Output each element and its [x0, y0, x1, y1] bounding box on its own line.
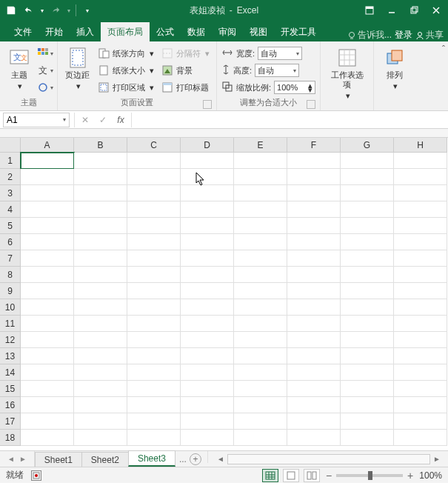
column-header[interactable]: D — [181, 138, 234, 153]
cell[interactable] — [181, 332, 234, 348]
cell[interactable] — [341, 381, 394, 397]
cell[interactable] — [181, 250, 234, 267]
cell[interactable] — [234, 201, 287, 218]
cell[interactable] — [127, 332, 181, 348]
page-layout-view-button[interactable] — [283, 469, 299, 482]
cell[interactable] — [287, 169, 341, 185]
cell[interactable] — [341, 267, 394, 283]
cell[interactable] — [74, 413, 127, 430]
cell[interactable] — [287, 348, 341, 364]
row-header[interactable]: 14 — [0, 364, 21, 381]
sheet-tab-2[interactable]: Sheet2 — [81, 452, 129, 467]
cell[interactable] — [341, 397, 394, 413]
background-button[interactable]: 背景 — [159, 62, 212, 79]
cell[interactable] — [341, 332, 394, 348]
tab-data[interactable]: 数据 — [181, 22, 212, 41]
cell[interactable] — [181, 364, 234, 381]
cell[interactable] — [341, 316, 394, 332]
cell[interactable] — [394, 364, 447, 381]
cell[interactable] — [21, 169, 74, 185]
cell[interactable] — [341, 283, 394, 299]
sheet-nav-next-icon[interactable]: ► — [19, 455, 27, 463]
cell[interactable] — [234, 299, 287, 316]
cell[interactable] — [74, 267, 127, 283]
cancel-button[interactable]: ✕ — [76, 113, 94, 127]
cell[interactable] — [127, 413, 181, 430]
tab-page-layout[interactable]: 页面布局 — [101, 22, 150, 41]
worksheet-grid[interactable]: ABCDEFGH123456789101112131415161718 — [0, 138, 448, 450]
sheet-options-button[interactable]: 工作表选项 ▾ — [325, 45, 369, 102]
cell[interactable] — [127, 283, 181, 299]
cell[interactable] — [74, 153, 127, 169]
cell[interactable] — [341, 299, 394, 316]
cell[interactable] — [287, 234, 341, 250]
cell[interactable] — [21, 283, 74, 299]
dialog-launcher-icon[interactable] — [203, 100, 212, 109]
row-header[interactable]: 16 — [0, 397, 21, 413]
arrange-button[interactable]: 排列 ▾ — [380, 45, 409, 93]
cell[interactable] — [74, 185, 127, 201]
cell[interactable] — [234, 283, 287, 299]
cell[interactable] — [74, 348, 127, 364]
cell[interactable] — [234, 348, 287, 364]
cell[interactable] — [21, 201, 74, 218]
cell[interactable] — [21, 364, 74, 381]
normal-view-button[interactable] — [262, 469, 278, 482]
dialog-launcher-icon[interactable] — [307, 100, 315, 109]
cell[interactable] — [21, 413, 74, 430]
cell[interactable] — [234, 364, 287, 381]
redo-dropdown-icon[interactable]: ▾ — [65, 2, 73, 19]
cell[interactable] — [181, 267, 234, 283]
cell[interactable] — [181, 201, 234, 218]
size-button[interactable]: 纸张大小▾ — [96, 62, 156, 79]
cell[interactable] — [287, 413, 341, 430]
cell[interactable] — [127, 218, 181, 234]
theme-fonts-button[interactable]: 文▾ — [37, 62, 53, 79]
column-header[interactable]: E — [234, 138, 287, 153]
row-header[interactable]: 9 — [0, 283, 21, 299]
cell[interactable] — [287, 250, 341, 267]
cell[interactable] — [181, 381, 234, 397]
cell[interactable] — [181, 348, 234, 364]
cell[interactable] — [127, 267, 181, 283]
cell[interactable] — [341, 250, 394, 267]
cell[interactable] — [21, 250, 74, 267]
cell[interactable] — [287, 430, 341, 446]
cell[interactable] — [74, 316, 127, 332]
zoom-level[interactable]: 100% — [419, 470, 442, 481]
cell[interactable] — [74, 218, 127, 234]
cell[interactable] — [234, 413, 287, 430]
cell[interactable] — [394, 397, 447, 413]
insert-function-button[interactable]: fx — [112, 113, 130, 127]
cell[interactable] — [127, 364, 181, 381]
tab-view[interactable]: 视图 — [243, 22, 274, 41]
cell[interactable] — [74, 201, 127, 218]
cell[interactable] — [181, 153, 234, 169]
cell[interactable] — [74, 299, 127, 316]
tab-formulas[interactable]: 公式 — [150, 22, 181, 41]
formula-input[interactable] — [133, 113, 448, 127]
cell[interactable] — [394, 201, 447, 218]
cell[interactable] — [341, 348, 394, 364]
cell[interactable] — [287, 332, 341, 348]
row-header[interactable]: 7 — [0, 250, 21, 267]
cell[interactable] — [234, 381, 287, 397]
cell[interactable] — [74, 169, 127, 185]
cell[interactable] — [341, 169, 394, 185]
cell[interactable] — [287, 316, 341, 332]
row-header[interactable]: 11 — [0, 316, 21, 332]
cell[interactable] — [234, 218, 287, 234]
sheet-tab-3[interactable]: Sheet3 — [128, 450, 175, 467]
scale-spinner[interactable]: 100%▴▾ — [274, 81, 315, 94]
cell[interactable] — [181, 185, 234, 201]
login-button[interactable]: 登录 — [395, 29, 412, 41]
cell[interactable] — [287, 381, 341, 397]
cell[interactable] — [394, 169, 447, 185]
cell[interactable] — [74, 283, 127, 299]
minimize-icon[interactable] — [381, 2, 402, 19]
cell[interactable] — [74, 381, 127, 397]
cell[interactable] — [287, 185, 341, 201]
row-header[interactable]: 12 — [0, 332, 21, 348]
cell[interactable] — [341, 201, 394, 218]
cell[interactable] — [21, 348, 74, 364]
